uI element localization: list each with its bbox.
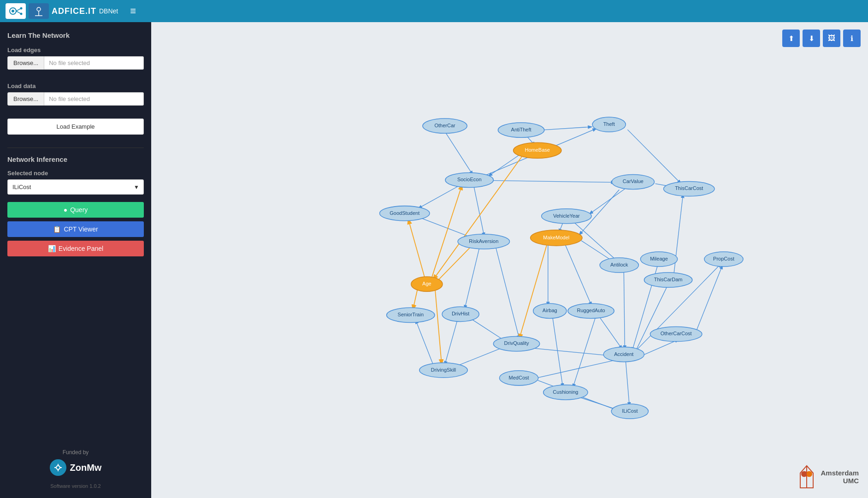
svg-line-34 <box>553 317 563 386</box>
svg-text:DrivingSkill: DrivingSkill <box>431 367 456 373</box>
svg-line-35 <box>600 317 622 349</box>
svg-text:DrivQuality: DrivQuality <box>504 340 529 346</box>
svg-text:PropCost: PropCost <box>713 256 734 261</box>
zonmw-label: ZonMw <box>70 462 102 473</box>
svg-text:SocioEcon: SocioEcon <box>457 177 482 182</box>
graph-toolbar: ⬆ ⬇ 🖼 ℹ <box>782 30 861 47</box>
cpt-icon: 📋 <box>53 225 61 233</box>
svg-line-29 <box>624 271 625 349</box>
download-icon: ⬇ <box>809 34 815 43</box>
svg-text:SeniorTrain: SeniorTrain <box>398 312 424 317</box>
svg-text:Accident: Accident <box>614 351 633 357</box>
svg-line-55 <box>408 219 425 279</box>
svg-line-15 <box>541 127 591 130</box>
load-edges-label: Load edges <box>7 47 144 53</box>
query-icon: ● <box>64 206 67 213</box>
svg-text:CarValue: CarValue <box>623 178 644 184</box>
logo-icon-1 <box>6 3 26 19</box>
svg-line-58 <box>520 244 547 339</box>
svg-point-4 <box>20 7 23 10</box>
amsterdam-text: Amsterdam UMC <box>821 469 859 485</box>
svg-text:DrivHist: DrivHist <box>452 311 470 316</box>
download-button[interactable]: ⬇ <box>803 30 820 47</box>
svg-text:RuggedAuto: RuggedAuto <box>577 308 605 313</box>
svg-line-32 <box>465 247 479 308</box>
svg-text:MakeModel: MakeModel <box>543 235 569 240</box>
cpt-viewer-button[interactable]: 📋 CPT Viewer <box>7 221 144 237</box>
svg-line-59 <box>433 154 524 279</box>
svg-text:GoodStudent: GoodStudent <box>390 210 419 216</box>
svg-line-48 <box>416 320 434 367</box>
load-data-label: Load data <box>7 83 144 89</box>
browse-edges-button[interactable]: Browse... <box>7 56 44 70</box>
svg-text:Theft: Theft <box>603 121 615 127</box>
svg-line-24 <box>575 223 618 262</box>
selected-node-label: Selected node <box>7 170 144 177</box>
zonmw-logo: ZonMw <box>7 459 144 476</box>
svg-line-56 <box>413 289 418 309</box>
svg-text:ILiCost: ILiCost <box>622 408 638 414</box>
info-icon: ℹ <box>850 34 853 43</box>
app-header: ADFICE.IT DBNet ≡ <box>0 0 868 22</box>
inference-section-title: Network Inference <box>7 155 144 163</box>
evidence-panel-button[interactable]: 📊 Evidence Panel <box>7 241 144 256</box>
umc-icon <box>797 465 816 489</box>
main-layout: Learn The Network Load edges Browse... N… <box>0 22 868 498</box>
amsterdam-logo-inner: Amsterdam UMC <box>797 465 859 489</box>
upload-button[interactable]: ⬆ <box>782 30 800 47</box>
node-select-wrapper: ILiCost Age Accident Airbag Antilock Ant… <box>7 179 144 195</box>
network-graph: OtherCar AntiTheft Theft HomeBase SocioE… <box>151 22 868 498</box>
load-data-section: Load data Browse... No file selected <box>7 83 144 114</box>
svg-text:Airbag: Airbag <box>543 308 557 313</box>
svg-line-36 <box>573 318 595 387</box>
menu-icon[interactable]: ≡ <box>130 5 136 17</box>
amsterdam-umc-logo: Amsterdam UMC <box>797 465 859 489</box>
logo-area: ADFICE.IT DBNet <box>6 3 118 19</box>
svg-text:AntiTheft: AntiTheft <box>511 127 531 132</box>
svg-text:Mileage: Mileage <box>650 256 668 261</box>
query-button[interactable]: ● Query <box>7 202 144 218</box>
info-button[interactable]: ℹ <box>843 30 861 47</box>
svg-point-9 <box>56 466 60 469</box>
image-button[interactable]: 🖼 <box>823 30 840 47</box>
funded-by-label: Funded by <box>7 449 144 456</box>
svg-text:OtherCarCost: OtherCarCost <box>661 331 692 336</box>
svg-text:MedCost: MedCost <box>509 375 529 380</box>
load-edges-input-group: Browse... No file selected <box>7 56 144 70</box>
edges-file-name: No file selected <box>44 56 144 70</box>
svg-line-37 <box>531 348 612 356</box>
sidebar: Learn The Network Load edges Browse... N… <box>0 22 151 498</box>
logo-icon-2 <box>29 3 49 19</box>
node-select[interactable]: ILiCost Age Accident Airbag Antilock Ant… <box>7 179 144 195</box>
svg-point-5 <box>20 13 23 15</box>
browse-data-button[interactable]: Browse... <box>7 92 44 106</box>
divider <box>7 148 144 148</box>
svg-point-1 <box>12 10 14 12</box>
svg-text:Age: Age <box>422 281 431 286</box>
svg-text:RiskAversion: RiskAversion <box>469 238 498 244</box>
svg-line-46 <box>445 320 457 364</box>
svg-line-31 <box>496 247 519 339</box>
svg-line-49 <box>576 396 618 410</box>
svg-line-14 <box>445 131 472 174</box>
upload-icon: ⬆ <box>788 34 794 43</box>
zonmw-icon <box>50 459 66 476</box>
app-title: ADFICE.IT <box>52 6 96 16</box>
version-label: Software version 1.0.2 <box>7 483 144 489</box>
svg-line-27 <box>565 244 591 305</box>
app-subtitle: DBNet <box>99 7 118 15</box>
funded-section: Funded by ZonMw Software version 1.0.2 <box>7 435 144 489</box>
svg-line-41 <box>635 282 669 352</box>
svg-line-52 <box>489 180 614 182</box>
svg-line-22 <box>590 187 627 213</box>
load-example-button[interactable]: Load Example <box>7 119 144 135</box>
svg-line-39 <box>534 360 616 379</box>
svg-text:VehicleYear: VehicleYear <box>553 213 580 219</box>
evidence-icon: 📊 <box>48 245 56 252</box>
image-icon: 🖼 <box>828 34 835 42</box>
svg-text:HomeBase: HomeBase <box>525 147 550 153</box>
svg-text:OtherCar: OtherCar <box>434 123 455 128</box>
load-data-input-group: Browse... No file selected <box>7 92 144 106</box>
svg-text:ThisCarCost: ThisCarCost <box>675 185 703 191</box>
svg-text:Cushioning: Cushioning <box>553 389 578 395</box>
